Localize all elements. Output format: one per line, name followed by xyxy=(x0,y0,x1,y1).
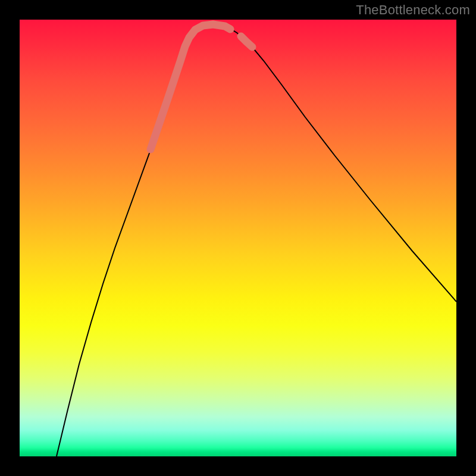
marker-dots xyxy=(241,36,252,47)
chart-svg xyxy=(20,20,456,456)
plot-area xyxy=(20,20,456,456)
curve-line xyxy=(57,24,456,456)
marker-band xyxy=(151,24,230,149)
chart-stage: TheBottleneck.com xyxy=(0,0,476,476)
watermark-text: TheBottleneck.com xyxy=(356,2,470,18)
